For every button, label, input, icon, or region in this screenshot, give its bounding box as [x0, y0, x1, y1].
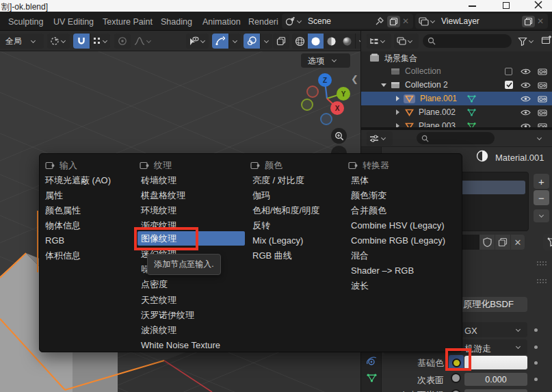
menu-item-shader-to-rgb[interactable]: Shader –> RGB	[351, 264, 414, 276]
outliner-row-collection2[interactable]: Collection 2	[361, 78, 552, 92]
collection2-expand-arrow[interactable]	[381, 83, 386, 87]
outliner-filter-source-dropdown[interactable]	[394, 34, 419, 49]
new-scene-button[interactable]	[387, 16, 400, 27]
subsurface-socket[interactable]	[451, 373, 461, 383]
properties-editor-type-dropdown[interactable]	[367, 131, 393, 146]
subsurface-radius-socket[interactable]	[451, 389, 461, 392]
tab-rendering[interactable]: Renderi	[248, 17, 278, 27]
gizmos-toggle[interactable]	[212, 34, 228, 49]
menu-item-combine-hsv-legacy[interactable]: Combine HSV (Legacy)	[351, 219, 445, 231]
menu-item-environment-texture[interactable]: 环境纹理	[141, 204, 176, 216]
shading-rendered-button[interactable]	[339, 34, 355, 49]
viewlayer-browse-chevron[interactable]	[430, 18, 435, 23]
base-color-decorator-dot[interactable]	[534, 361, 538, 365]
subsurface-decorator-dot[interactable]	[534, 378, 538, 381]
fake-user-button[interactable]	[479, 235, 495, 250]
menu-item-checker-texture[interactable]: 棋盘格纹理	[141, 189, 185, 201]
tab-physics-properties[interactable]	[366, 356, 378, 367]
menu-item-wavelength[interactable]: 波长	[351, 279, 369, 291]
maximize-button[interactable]	[503, 2, 510, 9]
scene-name[interactable]: Scene	[308, 17, 375, 25]
menu-item-sky-texture[interactable]: 天空纹理	[141, 293, 176, 306]
menu-item-combine-rgb-legacy[interactable]: Combine RGB (Legacy)	[351, 234, 445, 246]
breadcrumb-material-name[interactable]: Material.001	[495, 153, 544, 163]
panel-grip-1[interactable]	[536, 261, 547, 267]
menu-item-gamma[interactable]: 伽玛	[252, 189, 270, 201]
pin-icon[interactable]	[375, 16, 384, 26]
menu-item-blackbody[interactable]: 黑体	[351, 174, 369, 186]
menu-item-rgb[interactable]: RGB	[45, 234, 64, 246]
menu-item-color-attribute[interactable]: 颜色属性	[45, 204, 81, 216]
plane2-eye-icon[interactable]	[521, 109, 531, 116]
menu-item-point-density[interactable]: 点密度	[141, 278, 168, 290]
shading-solid-button[interactable]	[308, 34, 324, 49]
plane1-expand-arrow[interactable]	[396, 96, 399, 101]
tab-sculpting[interactable]: Sculpting	[8, 17, 43, 27]
panel-grip-2[interactable]	[536, 278, 547, 285]
gizmos-dropdown[interactable]	[228, 34, 241, 49]
plane1-camera-icon[interactable]	[538, 95, 547, 103]
proportional-falloff-dropdown[interactable]	[132, 34, 157, 49]
new-viewlayer-button[interactable]	[522, 16, 535, 27]
menu-item-bright-contrast[interactable]: 亮度 / 对比度	[252, 174, 304, 186]
menu-item-mix[interactable]: 混合	[351, 249, 369, 261]
snap-toggle[interactable]	[73, 34, 90, 49]
tab-shading[interactable]: Shading	[161, 17, 192, 27]
node-filter-dropdown[interactable]	[543, 234, 552, 250]
menu-item-color-ramp[interactable]: 颜色渐变	[351, 189, 386, 201]
scene-browse-chevron[interactable]	[297, 18, 302, 23]
close-button[interactable]	[534, 1, 542, 9]
plane3-eye-icon[interactable]	[521, 122, 531, 128]
snap-target-dropdown[interactable]	[90, 34, 110, 49]
collection-exclude-checkbox[interactable]	[505, 68, 512, 75]
tab-uv-editing[interactable]: UV Editing	[53, 17, 94, 27]
viewlayer-name[interactable]: ViewLayer	[441, 17, 522, 25]
plane3-camera-icon[interactable]	[538, 122, 547, 128]
remove-material-slot-button[interactable]: −	[534, 190, 549, 205]
subsurface-radius-slider[interactable]: 1.000	[464, 389, 527, 392]
menu-item-brick-texture[interactable]: 砖墙纹理	[141, 174, 176, 186]
unlink-material-button[interactable]: ✕	[511, 235, 525, 250]
sidebar-collapse-arrow[interactable]: ❮	[351, 74, 358, 84]
menu-item-invert[interactable]: 反转	[252, 219, 270, 231]
tab-object-data-properties[interactable]	[366, 373, 378, 383]
outliner-filter-dropdown[interactable]	[516, 34, 539, 49]
collection-eye-icon[interactable]	[521, 68, 531, 75]
subsurface-value-slider[interactable]: 0.000	[464, 373, 527, 386]
outliner-row-scene-collection[interactable]: 场景集合	[361, 51, 552, 64]
collection2-camera-icon[interactable]	[538, 81, 547, 89]
menu-item-white-noise-texture[interactable]: White Noise Texture	[141, 339, 220, 351]
overlays-toggle[interactable]	[244, 34, 260, 49]
menu-item-attribute[interactable]: 属性	[45, 189, 63, 201]
duplicate-material-button[interactable]	[495, 235, 510, 250]
outliner-search-input[interactable]	[423, 34, 512, 48]
proportional-edit-toggle[interactable]	[114, 34, 131, 49]
remove-viewlayer-icon[interactable]: ✕	[537, 16, 544, 26]
menu-item-hue-saturation[interactable]: 色相/饱和度/明度	[252, 204, 319, 216]
overlays-dropdown[interactable]	[260, 34, 272, 49]
properties-search-input[interactable]	[417, 132, 495, 144]
plane2-camera-icon[interactable]	[538, 109, 547, 116]
plane1-eye-icon[interactable]	[521, 95, 531, 103]
subsurface-method-decorator-dot[interactable]	[534, 345, 538, 349]
material-slot-specials-button[interactable]	[534, 209, 549, 222]
menu-item-ao[interactable]: 环境光遮蔽 (AO)	[45, 174, 111, 186]
viewlayer-selector[interactable]: ViewLayer ✕	[415, 14, 548, 29]
tab-texture-paint[interactable]: Texture Paint	[103, 17, 153, 27]
shading-material-button[interactable]	[324, 34, 339, 49]
navigation-gizmo[interactable]: Z Y X	[292, 62, 360, 140]
add-material-slot-button[interactable]: +	[534, 174, 549, 189]
scene-selector[interactable]: Scene ✕	[282, 14, 413, 29]
menu-item-voronoi-texture[interactable]: 沃罗诺伊纹理	[141, 309, 194, 321]
menu-item-object-info[interactable]: 物体信息	[45, 219, 81, 231]
collection2-eye-icon[interactable]	[521, 81, 531, 89]
outliner-row-plane3[interactable]: Plane.003	[361, 119, 552, 127]
outliner-row-collection[interactable]: Collection	[361, 64, 552, 78]
new-collection-button[interactable]	[541, 35, 552, 45]
collection-camera-icon[interactable]	[538, 68, 547, 75]
menu-item-wave-texture[interactable]: 波浪纹理	[141, 324, 176, 336]
shading-wireframe-button[interactable]	[292, 34, 308, 49]
menu-item-combine-color[interactable]: 合并颜色	[351, 204, 386, 216]
menu-item-rgb-curves[interactable]: RGB 曲线	[252, 249, 292, 261]
plane2-expand-arrow[interactable]	[396, 109, 399, 115]
